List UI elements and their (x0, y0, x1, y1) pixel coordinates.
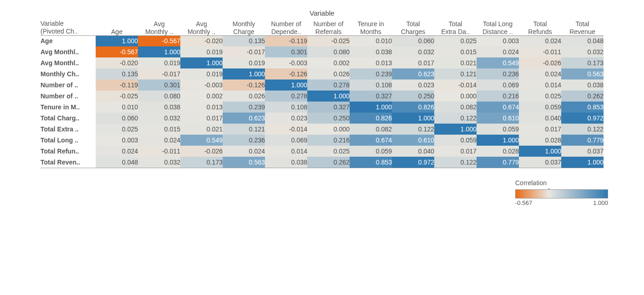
heatmap-cell: 1.000 (392, 113, 434, 124)
heatmap-cell: 0.059 (477, 124, 519, 135)
heatmap-cell: 0.216 (307, 135, 350, 146)
heatmap-cell: 0.024 (519, 68, 561, 79)
heatmap-cell: 0.013 (180, 102, 223, 113)
heatmap-cell: 1.000 (477, 135, 519, 146)
heatmap-cell: 0.025 (434, 35, 477, 46)
heatmap-cell: -0.011 (519, 46, 561, 57)
heatmap-cell: 0.135 (223, 35, 265, 46)
heatmap-cell: 0.069 (477, 79, 519, 91)
heatmap-cell: 0.000 (434, 91, 477, 102)
heatmap-cell: 1.000 (350, 102, 392, 113)
heatmap-cell: 0.028 (477, 146, 519, 157)
heatmap-cell: 0.026 (307, 68, 350, 79)
heatmap-cell: 0.038 (561, 79, 604, 91)
heatmap-cell: 1.000 (96, 35, 138, 46)
row-label: Tenure in M.. (40, 102, 96, 113)
heatmap-cell: 0.122 (434, 113, 477, 124)
heatmap-cell: 0.003 (96, 135, 138, 146)
heatmap-cell: 0.038 (138, 102, 180, 113)
heatmap-cell: -0.025 (307, 35, 350, 46)
heatmap-cell: 0.017 (519, 124, 561, 135)
legend-zero-tick (549, 188, 549, 190)
heatmap-cell: 0.021 (434, 57, 477, 68)
heatmap-cell: -0.020 (96, 57, 138, 68)
heatmap-cell: 0.236 (477, 68, 519, 79)
heatmap-cell: 1.000 (519, 146, 561, 157)
heatmap-cell: 1.000 (180, 57, 223, 68)
heatmap-cell: 0.059 (350, 146, 392, 157)
heatmap-cell: -0.017 (223, 46, 265, 57)
heatmap-cell: 0.014 (519, 79, 561, 91)
heatmap-cell: 0.108 (350, 79, 392, 91)
heatmap-cell: 0.122 (434, 157, 477, 168)
heatmap-cell: 0.549 (180, 135, 223, 146)
heatmap-cell: 0.032 (561, 46, 604, 57)
heatmap-cell: 0.080 (138, 91, 180, 102)
heatmap-cell: 0.010 (350, 35, 392, 46)
heatmap-cell: 0.610 (392, 135, 434, 146)
heatmap-cell: 0.972 (561, 113, 604, 124)
heatmap-cell: 0.024 (96, 146, 138, 157)
heatmap-cell: 0.015 (434, 46, 477, 57)
heatmap-cell: 0.037 (519, 157, 561, 168)
heatmap-cell: 0.674 (477, 102, 519, 113)
heatmap-cell: 0.017 (392, 57, 434, 68)
heatmap-cell: 0.853 (561, 102, 604, 113)
heatmap-cell: 0.826 (392, 102, 434, 113)
col-header: MonthlyCharge (223, 20, 265, 35)
row-label: Number of .. (40, 91, 96, 102)
heatmap-cell: 0.059 (434, 135, 477, 146)
heatmap-cell: 0.549 (477, 57, 519, 68)
heatmap-cell: 0.278 (265, 91, 307, 102)
heatmap-cell: 0.563 (223, 157, 265, 168)
row-label: Avg Monthl.. (40, 46, 96, 57)
row-label: Total Charg.. (40, 113, 96, 124)
heatmap-cell: 1.000 (434, 124, 477, 135)
heatmap-cell: 0.122 (392, 124, 434, 135)
heatmap-cell: 0.023 (392, 79, 434, 91)
heatmap-cell: 0.010 (96, 102, 138, 113)
heatmap-cell: 0.173 (180, 157, 223, 168)
heatmap-cell: -0.014 (265, 124, 307, 135)
col-header: TotalExtra Da.. (434, 20, 477, 35)
heatmap-cell: 0.048 (561, 35, 604, 46)
heatmap-cell: 0.032 (392, 46, 434, 57)
heatmap-cell: 0.674 (350, 135, 392, 146)
heatmap-cell: 0.563 (561, 68, 604, 79)
heatmap-cell: 0.040 (519, 113, 561, 124)
heatmap-cell: 0.239 (223, 102, 265, 113)
heatmap-cell: 0.014 (265, 146, 307, 157)
heatmap-cell: 0.060 (392, 35, 434, 46)
col-header: Number ofDepende.. (265, 20, 307, 35)
heatmap-cell: 0.236 (223, 135, 265, 146)
row-label: Total Extra .. (40, 124, 96, 135)
col-header: Tenure inMonths (350, 20, 392, 35)
heatmap-cell: 0.028 (519, 135, 561, 146)
heatmap-cell: 0.003 (477, 35, 519, 46)
heatmap-cell: 0.048 (96, 157, 138, 168)
heatmap-cell: 0.024 (223, 146, 265, 157)
heatmap-cell: 0.262 (307, 157, 350, 168)
heatmap-cell: 0.025 (519, 91, 561, 102)
heatmap-cell: 0.327 (350, 91, 392, 102)
heatmap-cell: 0.301 (265, 46, 307, 57)
heatmap-cell: 0.040 (392, 146, 434, 157)
heatmap-cell: 1.000 (138, 46, 180, 57)
heatmap-cell: 0.853 (350, 157, 392, 168)
col-header: AvgMonthly .. (180, 20, 223, 35)
col-header: Number ofReferrals (307, 20, 350, 35)
heatmap-cell: 0.026 (223, 91, 265, 102)
heatmap-cell: 0.972 (392, 157, 434, 168)
heatmap-cell: 0.623 (223, 113, 265, 124)
legend-bar (515, 189, 608, 199)
row-label: Age (40, 35, 96, 46)
heatmap-cell: 0.015 (138, 124, 180, 135)
row-label: Number of .. (40, 79, 96, 91)
heatmap-cell: 0.121 (434, 68, 477, 79)
heatmap-cell: 0.017 (180, 113, 223, 124)
heatmap-cell: 0.250 (392, 91, 434, 102)
row-label: Monthly Ch.. (40, 68, 96, 79)
heatmap-cell: 0.032 (138, 157, 180, 168)
heatmap-cell: 0.610 (477, 113, 519, 124)
heatmap-cell: 0.108 (265, 102, 307, 113)
